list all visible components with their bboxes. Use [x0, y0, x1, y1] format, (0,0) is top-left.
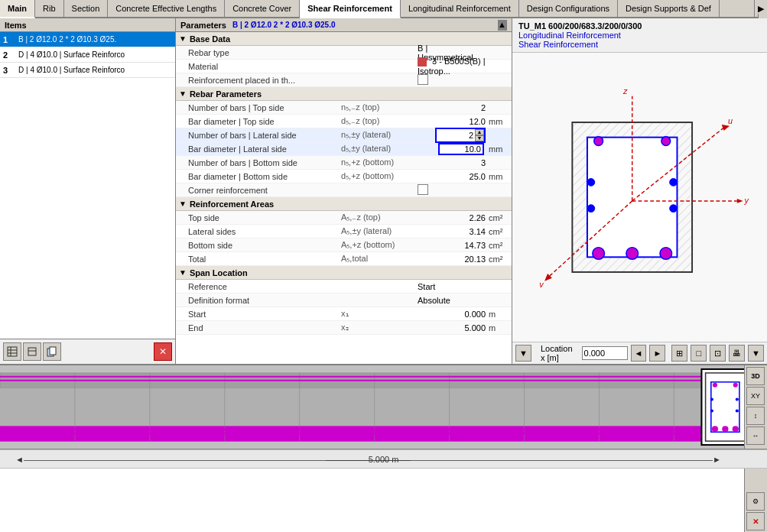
- elevation-view: 3D XY ↕ ↔: [0, 365, 767, 449]
- ruler: ◄———————————————————————————————————————…: [0, 449, 767, 468]
- param-start: Start x₁ 0.000 m: [176, 307, 512, 321]
- xz-view-button[interactable]: ↔: [746, 427, 765, 445]
- settings-button[interactable]: ⚙: [746, 492, 765, 511]
- tab-concrete-cover[interactable]: Concrete Cover: [225, 0, 300, 17]
- svg-point-58: [712, 426, 718, 432]
- yz-view-button[interactable]: ↕: [746, 407, 765, 425]
- param-bar-diam-top: Bar diameter | Top side d₅,₋z (top) 12.0…: [176, 115, 512, 128]
- print-button[interactable]: 🖶: [729, 345, 745, 362]
- svg-point-11: [594, 137, 603, 146]
- 3d-view-button[interactable]: 3D: [746, 367, 765, 385]
- tab-main[interactable]: Main: [0, 0, 35, 18]
- svg-point-53: [733, 383, 738, 388]
- close-button[interactable]: ✕: [746, 512, 765, 530]
- param-num-bars-lateral: Number of bars | Lateral side n₅,±y (lat…: [176, 128, 512, 142]
- svg-point-14: [587, 205, 595, 212]
- svg-point-15: [670, 179, 678, 187]
- bar-diam-lateral-input[interactable]: [438, 143, 484, 155]
- delete-button[interactable]: ✕: [154, 342, 172, 361]
- rebar-params-section-header[interactable]: ▼ Rebar Parameters: [176, 87, 512, 101]
- param-bar-diam-lateral: Bar diameter | Lateral side d₅,±y (later…: [176, 142, 512, 156]
- reinf-areas-section-header[interactable]: ▼ Reinforcement Areas: [176, 197, 512, 211]
- material-color-icon: [418, 57, 427, 66]
- num-bars-lateral-spinner: ▲ ▼: [435, 128, 486, 143]
- more-button[interactable]: ▼: [748, 345, 764, 362]
- param-area-lateral: Lateral sides A₅,±y (lateral) 3.14 cm²: [176, 225, 512, 238]
- tab-design-config[interactable]: Design Configurations: [519, 0, 618, 17]
- items-list: 1 B | 2 Ø12.0 2 * 2 Ø10.3 Ø25. 2 D | 4 Ø…: [0, 32, 175, 339]
- location-increase-button[interactable]: ►: [649, 345, 665, 362]
- tab-design-supports[interactable]: Design Supports & Def: [618, 0, 720, 17]
- section-view: ⚙ ✕: [0, 468, 767, 532]
- reinf-placed-checkbox[interactable]: [418, 74, 428, 85]
- svg-text:y: y: [744, 196, 749, 205]
- tab-concrete-eff[interactable]: Concrete Effective Lengths: [108, 0, 225, 17]
- right-header: TU_M1 600/200/683.3/200/0/300 Longitudin…: [512, 18, 767, 53]
- svg-point-55: [710, 409, 713, 412]
- spinner-down-button[interactable]: ▼: [475, 135, 484, 141]
- svg-point-54: [710, 398, 713, 401]
- params-header: Parameters B | 2 Ø12.0 2 * 2 Ø10.3 Ø25.0…: [176, 18, 512, 32]
- items-header: Items: [0, 18, 175, 32]
- left-panel: Items 1 B | 2 Ø12.0 2 * 2 Ø10.3 Ø25. 2 D…: [0, 18, 176, 364]
- scroll-up-button[interactable]: ▲: [498, 20, 507, 31]
- svg-point-52: [713, 383, 717, 388]
- span-location-section-header[interactable]: ▼ Span Location: [176, 266, 512, 280]
- list-item[interactable]: 1 B | 2 Ø12.0 2 * 2 Ø10.3 Ø25.: [0, 32, 175, 47]
- svg-point-18: [626, 248, 639, 260]
- location-x-input[interactable]: [582, 346, 628, 360]
- param-corner-reinf: Corner reinforcement: [176, 183, 512, 197]
- front-view-button[interactable]: □: [691, 345, 707, 362]
- tab-long-reinf[interactable]: Longitudinal Reinforcement: [401, 0, 519, 17]
- param-def-format: Definition format Absolute: [176, 294, 512, 307]
- list-item[interactable]: 3 D | 4 Ø10.0 | Surface Reinforco: [0, 63, 175, 78]
- svg-text:z: z: [622, 86, 628, 96]
- corner-reinf-checkbox[interactable]: [418, 184, 428, 195]
- section-vtoolbar: ⚙ ✕: [744, 469, 767, 532]
- copy-button[interactable]: [43, 342, 61, 361]
- svg-marker-21: [737, 199, 743, 203]
- svg-point-12: [661, 137, 671, 146]
- tab-shear-reinf[interactable]: Shear Reinforcement: [300, 0, 401, 18]
- tab-section[interactable]: Section: [64, 0, 109, 17]
- middle-panel: Parameters B | 2 Ø12.0 2 * 2 Ø10.3 Ø25.0…: [176, 18, 512, 364]
- svg-point-13: [587, 179, 595, 187]
- svg-point-16: [670, 205, 678, 212]
- svg-rect-0: [8, 347, 17, 356]
- svg-text:v: v: [539, 280, 544, 289]
- svg-text:u: u: [728, 116, 733, 125]
- param-num-bars-bottom: Number of bars | Bottom side n₅,+z (bott…: [176, 156, 512, 170]
- edit-button[interactable]: [23, 342, 41, 361]
- location-decrease-button[interactable]: ◄: [631, 345, 647, 362]
- svg-point-17: [593, 248, 605, 260]
- tabs-bar: Main Rib Section Concrete Effective Leng…: [0, 0, 767, 18]
- svg-point-59: [722, 426, 728, 432]
- spinner-up-button[interactable]: ▲: [475, 129, 484, 135]
- params-content: ▼ Base Data Rebar type B | Unsymmetrical…: [176, 32, 512, 364]
- list-item[interactable]: 2 D | 4 Ø10.0 | Surface Reinforco: [0, 47, 175, 63]
- xy-view-button[interactable]: XY: [746, 387, 765, 405]
- tab-rib[interactable]: Rib: [35, 0, 64, 17]
- param-end: End x₂ 5.000 m: [176, 321, 512, 335]
- items-toolbar: ✕: [0, 339, 175, 364]
- filter2-button[interactable]: ⊞: [671, 345, 687, 362]
- param-reinf-placed: Reinforcement placed in th...: [176, 73, 512, 87]
- 3d-view: y u v z: [512, 53, 767, 342]
- right-panel: TU_M1 600/200/683.3/200/0/300 Longitudin…: [512, 18, 767, 364]
- svg-point-57: [736, 409, 739, 412]
- svg-rect-7: [50, 347, 56, 355]
- param-bar-diam-bottom: Bar diameter | Bottom side d₅,+z (bottom…: [176, 170, 512, 183]
- bottom-section: 3D XY ↕ ↔ ◄—————————————————————————————…: [0, 364, 767, 532]
- num-bars-lateral-input[interactable]: [437, 129, 475, 141]
- svg-point-56: [736, 398, 739, 401]
- view-toolbar: ▼ Location x [m] ◄ ► ⊞ □ ⊡ 🖶 ▼: [512, 342, 767, 364]
- param-material: Material 3 - B500S(B) | Isotrop...: [176, 60, 512, 73]
- right-vtoolbar: 3D XY ↕ ↔: [744, 365, 767, 449]
- filter-button[interactable]: ▼: [515, 345, 531, 362]
- param-reference: Reference Start: [176, 280, 512, 294]
- svg-rect-51: [711, 382, 739, 432]
- table-view-button[interactable]: [3, 342, 21, 361]
- param-num-bars-top: Number of bars | Top side n₅,₋z (top) 2: [176, 101, 512, 115]
- section-view-button[interactable]: ⊡: [710, 345, 726, 362]
- main-layout: Items 1 B | 2 Ø12.0 2 * 2 Ø10.3 Ø25. 2 D…: [0, 18, 767, 364]
